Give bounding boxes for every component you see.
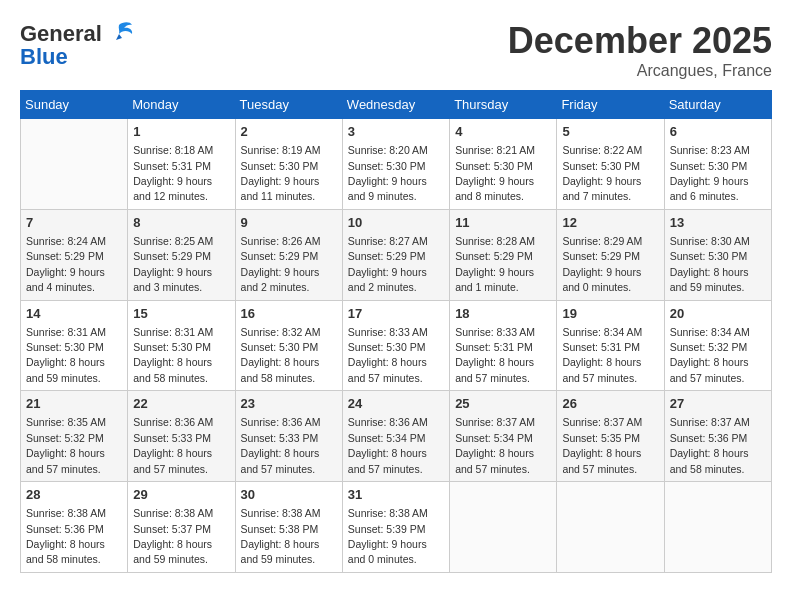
calendar-cell	[21, 119, 128, 210]
sunset-info: Sunset: 5:33 PM	[133, 432, 211, 444]
sunrise-info: Sunrise: 8:29 AM	[562, 235, 642, 247]
calendar-cell: 1 Sunrise: 8:18 AM Sunset: 5:31 PM Dayli…	[128, 119, 235, 210]
day-number: 18	[455, 305, 551, 323]
day-number: 20	[670, 305, 766, 323]
sunrise-info: Sunrise: 8:36 AM	[241, 416, 321, 428]
daylight-info: Daylight: 8 hours and 57 minutes.	[455, 356, 534, 383]
week-row-3: 14 Sunrise: 8:31 AM Sunset: 5:30 PM Dayl…	[21, 300, 772, 391]
sunrise-info: Sunrise: 8:20 AM	[348, 144, 428, 156]
daylight-info: Daylight: 8 hours and 57 minutes.	[455, 447, 534, 474]
week-row-5: 28 Sunrise: 8:38 AM Sunset: 5:36 PM Dayl…	[21, 482, 772, 573]
sunrise-info: Sunrise: 8:24 AM	[26, 235, 106, 247]
calendar-cell: 25 Sunrise: 8:37 AM Sunset: 5:34 PM Dayl…	[450, 391, 557, 482]
sunset-info: Sunset: 5:36 PM	[670, 432, 748, 444]
calendar-cell: 13 Sunrise: 8:30 AM Sunset: 5:30 PM Dayl…	[664, 209, 771, 300]
calendar-cell: 12 Sunrise: 8:29 AM Sunset: 5:29 PM Dayl…	[557, 209, 664, 300]
sunrise-info: Sunrise: 8:34 AM	[562, 326, 642, 338]
daylight-info: Daylight: 9 hours and 0 minutes.	[348, 538, 427, 565]
sunset-info: Sunset: 5:35 PM	[562, 432, 640, 444]
day-number: 19	[562, 305, 658, 323]
day-number: 30	[241, 486, 337, 504]
calendar-cell	[450, 482, 557, 573]
sunset-info: Sunset: 5:30 PM	[455, 160, 533, 172]
day-number: 8	[133, 214, 229, 232]
calendar-cell: 9 Sunrise: 8:26 AM Sunset: 5:29 PM Dayli…	[235, 209, 342, 300]
sunset-info: Sunset: 5:29 PM	[241, 250, 319, 262]
daylight-info: Daylight: 8 hours and 57 minutes.	[562, 356, 641, 383]
calendar-cell: 23 Sunrise: 8:36 AM Sunset: 5:33 PM Dayl…	[235, 391, 342, 482]
daylight-info: Daylight: 8 hours and 57 minutes.	[670, 356, 749, 383]
day-number: 26	[562, 395, 658, 413]
header-thursday: Thursday	[450, 91, 557, 119]
day-number: 21	[26, 395, 122, 413]
daylight-info: Daylight: 9 hours and 12 minutes.	[133, 175, 212, 202]
sunrise-info: Sunrise: 8:19 AM	[241, 144, 321, 156]
calendar-cell: 22 Sunrise: 8:36 AM Sunset: 5:33 PM Dayl…	[128, 391, 235, 482]
day-number: 7	[26, 214, 122, 232]
sunrise-info: Sunrise: 8:30 AM	[670, 235, 750, 247]
sunset-info: Sunset: 5:29 PM	[26, 250, 104, 262]
calendar-cell: 8 Sunrise: 8:25 AM Sunset: 5:29 PM Dayli…	[128, 209, 235, 300]
daylight-info: Daylight: 8 hours and 59 minutes.	[241, 538, 320, 565]
calendar-cell: 5 Sunrise: 8:22 AM Sunset: 5:30 PM Dayli…	[557, 119, 664, 210]
sunset-info: Sunset: 5:30 PM	[670, 250, 748, 262]
daylight-info: Daylight: 8 hours and 57 minutes.	[26, 447, 105, 474]
calendar-cell: 29 Sunrise: 8:38 AM Sunset: 5:37 PM Dayl…	[128, 482, 235, 573]
sunset-info: Sunset: 5:31 PM	[133, 160, 211, 172]
day-number: 5	[562, 123, 658, 141]
sunset-info: Sunset: 5:39 PM	[348, 523, 426, 535]
day-number: 29	[133, 486, 229, 504]
calendar-cell: 19 Sunrise: 8:34 AM Sunset: 5:31 PM Dayl…	[557, 300, 664, 391]
sunrise-info: Sunrise: 8:18 AM	[133, 144, 213, 156]
day-number: 13	[670, 214, 766, 232]
week-row-4: 21 Sunrise: 8:35 AM Sunset: 5:32 PM Dayl…	[21, 391, 772, 482]
day-number: 24	[348, 395, 444, 413]
sunset-info: Sunset: 5:30 PM	[348, 160, 426, 172]
title-block: December 2025 Arcangues, France	[508, 20, 772, 80]
calendar-cell: 17 Sunrise: 8:33 AM Sunset: 5:30 PM Dayl…	[342, 300, 449, 391]
calendar-table: Sunday Monday Tuesday Wednesday Thursday…	[20, 90, 772, 573]
daylight-info: Daylight: 9 hours and 3 minutes.	[133, 266, 212, 293]
day-number: 25	[455, 395, 551, 413]
sunset-info: Sunset: 5:29 PM	[133, 250, 211, 262]
page-header: General Blue December 2025 Arcangues, Fr…	[20, 20, 772, 80]
sunset-info: Sunset: 5:29 PM	[562, 250, 640, 262]
calendar-cell: 16 Sunrise: 8:32 AM Sunset: 5:30 PM Dayl…	[235, 300, 342, 391]
sunset-info: Sunset: 5:34 PM	[348, 432, 426, 444]
day-number: 23	[241, 395, 337, 413]
daylight-info: Daylight: 9 hours and 1 minute.	[455, 266, 534, 293]
calendar-cell: 21 Sunrise: 8:35 AM Sunset: 5:32 PM Dayl…	[21, 391, 128, 482]
day-number: 12	[562, 214, 658, 232]
sunrise-info: Sunrise: 8:35 AM	[26, 416, 106, 428]
calendar-cell	[664, 482, 771, 573]
day-number: 28	[26, 486, 122, 504]
day-number: 2	[241, 123, 337, 141]
sunrise-info: Sunrise: 8:38 AM	[26, 507, 106, 519]
sunset-info: Sunset: 5:34 PM	[455, 432, 533, 444]
calendar-cell: 2 Sunrise: 8:19 AM Sunset: 5:30 PM Dayli…	[235, 119, 342, 210]
day-number: 9	[241, 214, 337, 232]
day-number: 1	[133, 123, 229, 141]
daylight-info: Daylight: 8 hours and 57 minutes.	[133, 447, 212, 474]
sunset-info: Sunset: 5:29 PM	[455, 250, 533, 262]
day-number: 10	[348, 214, 444, 232]
header-sunday: Sunday	[21, 91, 128, 119]
calendar-cell: 24 Sunrise: 8:36 AM Sunset: 5:34 PM Dayl…	[342, 391, 449, 482]
calendar-cell: 18 Sunrise: 8:33 AM Sunset: 5:31 PM Dayl…	[450, 300, 557, 391]
sunset-info: Sunset: 5:30 PM	[26, 341, 104, 353]
logo: General Blue	[20, 20, 134, 70]
sunrise-info: Sunrise: 8:38 AM	[133, 507, 213, 519]
calendar-cell: 3 Sunrise: 8:20 AM Sunset: 5:30 PM Dayli…	[342, 119, 449, 210]
sunset-info: Sunset: 5:37 PM	[133, 523, 211, 535]
daylight-info: Daylight: 9 hours and 2 minutes.	[348, 266, 427, 293]
sunrise-info: Sunrise: 8:31 AM	[133, 326, 213, 338]
daylight-info: Daylight: 8 hours and 58 minutes.	[670, 447, 749, 474]
sunset-info: Sunset: 5:30 PM	[562, 160, 640, 172]
header-saturday: Saturday	[664, 91, 771, 119]
calendar-cell: 20 Sunrise: 8:34 AM Sunset: 5:32 PM Dayl…	[664, 300, 771, 391]
sunrise-info: Sunrise: 8:22 AM	[562, 144, 642, 156]
day-number: 6	[670, 123, 766, 141]
day-number: 27	[670, 395, 766, 413]
month-title: December 2025	[508, 20, 772, 62]
calendar-cell: 7 Sunrise: 8:24 AM Sunset: 5:29 PM Dayli…	[21, 209, 128, 300]
